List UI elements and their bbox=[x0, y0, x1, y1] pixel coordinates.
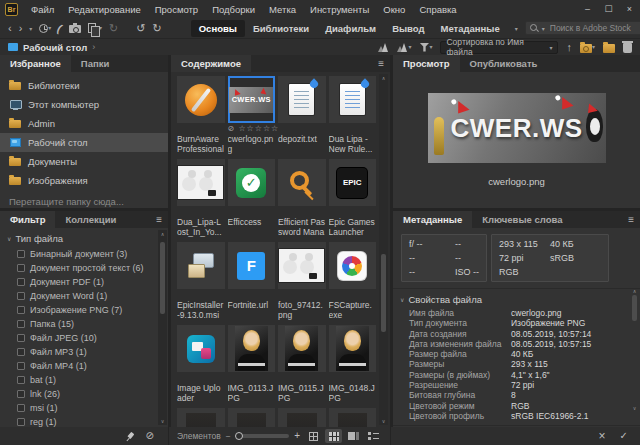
filter-item[interactable]: Документ PDF (1) bbox=[0, 275, 168, 289]
larger-thumbnails-button[interactable]: + bbox=[294, 431, 300, 441]
favorites-item[interactable]: Admin bbox=[0, 114, 168, 133]
filter-item[interactable]: Бинарный документ (3) bbox=[0, 247, 168, 261]
adobe-stock-search[interactable]: ▾ bbox=[525, 21, 640, 35]
import-from-camera-button[interactable]: ▾ bbox=[580, 41, 595, 53]
filter-checkbox[interactable] bbox=[17, 306, 25, 314]
filter-checkbox[interactable] bbox=[17, 390, 25, 398]
partial-thumbnail[interactable] bbox=[177, 408, 225, 427]
favorites-item[interactable]: Рабочий стол bbox=[0, 133, 168, 152]
rotate-right-button[interactable]: ↻ bbox=[153, 23, 162, 34]
view-thumbnails-button[interactable] bbox=[325, 429, 342, 443]
workspace-tab[interactable]: Метаданные bbox=[433, 20, 508, 37]
scroll-down-icon[interactable]: ∨ bbox=[633, 405, 637, 411]
content-item[interactable]: Efficcess bbox=[228, 159, 276, 238]
content-item[interactable]: CWER.WS ⊘ ☆☆☆☆☆ cwerlogo.png bbox=[228, 76, 276, 155]
filter-checkbox[interactable] bbox=[17, 292, 25, 300]
menu-item[interactable]: Просмотр bbox=[148, 4, 205, 15]
file-properties-header[interactable]: ∨ Свойства файла bbox=[393, 289, 640, 308]
thumbnail-tile[interactable] bbox=[329, 325, 377, 372]
metadata-value[interactable]: 8 bbox=[511, 390, 516, 400]
filter-item[interactable]: lnk (26) bbox=[0, 387, 168, 401]
content-item[interactable]: BurnAware Professional bbox=[177, 76, 225, 155]
favorites-item[interactable]: Библиотеки bbox=[0, 76, 168, 95]
filter-checkbox[interactable] bbox=[17, 334, 25, 342]
content-item[interactable]: EPIC Epic Games Launcher bbox=[329, 159, 377, 238]
filter-item[interactable]: Файл MP4 (1) bbox=[0, 359, 168, 373]
thumbnail-tile[interactable] bbox=[177, 325, 225, 372]
thumbnail-tile[interactable]: EPIC bbox=[329, 159, 377, 206]
metadata-menu-icon[interactable]: ≡ bbox=[622, 211, 640, 228]
filter-item[interactable]: Изображение PNG (7) bbox=[0, 303, 168, 317]
panel-tab[interactable]: Коллекции bbox=[55, 211, 126, 228]
favorites-item[interactable]: Документы bbox=[0, 152, 168, 171]
workspace-tab[interactable]: Библиотеки bbox=[245, 20, 317, 37]
content-item[interactable]: IMG_0148.JPG bbox=[329, 325, 377, 404]
view-grid-button[interactable] bbox=[305, 429, 322, 443]
filter-scrollbar[interactable]: ∧ ∨ bbox=[158, 230, 167, 425]
open-recent-file-button[interactable]: ▾ bbox=[88, 23, 102, 33]
content-item[interactable]: depozit.txt bbox=[278, 76, 326, 155]
thumbnail-tile[interactable] bbox=[228, 325, 276, 372]
filter-checkbox[interactable] bbox=[17, 404, 25, 412]
metadata-value[interactable]: 4,1" x 1,6" bbox=[511, 370, 550, 380]
new-folder-button[interactable] bbox=[603, 44, 615, 53]
thumbnail-tile[interactable] bbox=[278, 76, 326, 123]
partial-thumbnail[interactable] bbox=[278, 408, 326, 427]
thumbnail-tile[interactable] bbox=[278, 159, 326, 206]
sort-ascending-button[interactable]: ↑ bbox=[566, 42, 572, 53]
thumbnail-tile[interactable] bbox=[177, 76, 225, 123]
panel-tab[interactable]: Фильтр bbox=[0, 211, 55, 228]
metadata-value[interactable]: 08.05.2019, 10:57:14 bbox=[511, 329, 591, 339]
scrollbar-thumb[interactable] bbox=[632, 295, 637, 321]
metadata-scrollbar[interactable]: ∧ ∨ bbox=[630, 287, 639, 412]
sort-dropdown[interactable]: Сортировка по Имя файла ▾ bbox=[440, 41, 558, 54]
thumbnail-tile[interactable]: F bbox=[228, 242, 276, 289]
filter-item[interactable]: Документ простой текст (6) bbox=[0, 261, 168, 275]
filter-item[interactable]: msi (1) bbox=[0, 401, 168, 415]
sync-button[interactable]: ↻ bbox=[109, 23, 118, 34]
thumbnail-size-slider[interactable] bbox=[236, 434, 289, 438]
content-item[interactable]: IMG_0115.JPG bbox=[278, 325, 326, 404]
menu-item[interactable]: Подборки bbox=[205, 4, 262, 15]
back-button[interactable]: ‹ bbox=[8, 23, 12, 34]
thumbnail-tile[interactable] bbox=[278, 325, 326, 372]
block-icon[interactable]: ⊘ bbox=[146, 431, 154, 441]
content-item[interactable]: Image Uploader bbox=[177, 325, 225, 404]
panel-tab[interactable]: Папки bbox=[71, 55, 119, 72]
content-item[interactable]: foto_97412.png bbox=[278, 242, 326, 321]
content-scrollbar[interactable]: ∧ ∨ bbox=[379, 74, 388, 425]
thumbnail-tile[interactable] bbox=[177, 159, 225, 206]
forward-button[interactable]: › bbox=[19, 23, 23, 34]
preview-image[interactable]: CWER.WS bbox=[428, 93, 606, 163]
thumbnail-tile[interactable] bbox=[329, 76, 377, 123]
cancel-metadata-button[interactable]: × bbox=[599, 430, 606, 442]
boomerang-button[interactable]: ( bbox=[56, 22, 65, 34]
smaller-thumbnails-button[interactable]: − bbox=[226, 431, 231, 441]
filter-item[interactable]: Папка (15) bbox=[0, 317, 168, 331]
metadata-value[interactable]: cwerlogo.png bbox=[511, 308, 562, 318]
metadata-value[interactable]: RGB bbox=[511, 401, 529, 411]
favorites-item[interactable]: Этот компьютер bbox=[0, 95, 168, 114]
panel-tab[interactable]: Метаданные bbox=[393, 211, 472, 228]
rotate-left-button[interactable]: ↺ bbox=[136, 23, 145, 34]
workspace-tab[interactable]: Вывод bbox=[384, 20, 432, 37]
menu-item[interactable]: Окно bbox=[376, 4, 412, 15]
menu-item[interactable]: Справка bbox=[412, 4, 463, 15]
filter-checkbox[interactable] bbox=[17, 320, 25, 328]
content-item[interactable]: IMG_0113.JPG bbox=[228, 325, 276, 404]
filter-checkbox[interactable] bbox=[17, 278, 25, 286]
filter-button[interactable]: ▾ bbox=[419, 43, 432, 52]
get-photos-from-camera-button[interactable] bbox=[69, 23, 81, 33]
view-details-button[interactable] bbox=[345, 429, 362, 443]
partial-thumbnail[interactable] bbox=[329, 408, 377, 427]
quality-filter-button[interactable]: ▾ bbox=[397, 43, 411, 52]
scroll-up-icon[interactable]: ∧ bbox=[161, 231, 165, 237]
content-tab[interactable]: Содержимое bbox=[171, 55, 251, 72]
filter-item[interactable]: Файл MP3 (1) bbox=[0, 345, 168, 359]
scroll-up-icon[interactable]: ∧ bbox=[633, 288, 637, 294]
close-button[interactable]: × bbox=[619, 0, 640, 18]
panel-tab[interactable]: Ключевые слова bbox=[472, 211, 572, 228]
delete-button[interactable] bbox=[623, 43, 632, 53]
view-list-button[interactable] bbox=[365, 429, 382, 443]
menu-item[interactable]: Файл bbox=[24, 4, 61, 15]
